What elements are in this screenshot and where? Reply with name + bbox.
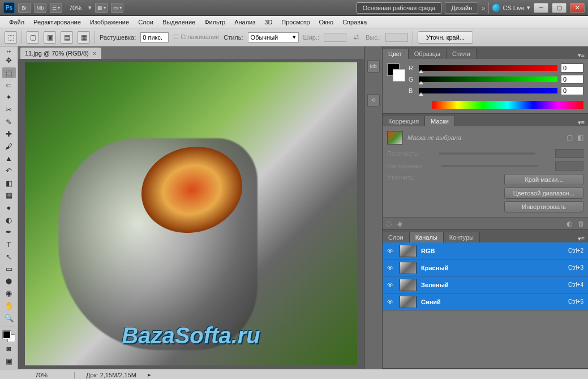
- document-close-icon[interactable]: ✕: [92, 50, 97, 57]
- workspace-design[interactable]: Дизайн: [445, 2, 478, 14]
- zoom-percent[interactable]: 70%: [66, 5, 85, 11]
- selection-subtract-icon[interactable]: ▤: [61, 31, 73, 44]
- tab-color[interactable]: Цвет: [383, 49, 409, 59]
- status-zoom[interactable]: 70%: [35, 372, 75, 378]
- menu-image[interactable]: Изображение: [85, 18, 134, 27]
- g-slider[interactable]: [419, 76, 557, 82]
- marquee-tool[interactable]: ⬚: [2, 67, 16, 79]
- blur-tool[interactable]: ●: [2, 202, 16, 214]
- dock-minibridge-icon[interactable]: Mb: [367, 60, 380, 73]
- view-extras-dropdown[interactable]: ☰: [50, 3, 62, 13]
- panel-menu-icon[interactable]: ▾≡: [574, 52, 588, 59]
- shape-tool[interactable]: ▭: [2, 263, 16, 275]
- crop-tool[interactable]: ✂: [2, 104, 16, 116]
- mask-edge-button[interactable]: Край маски...: [504, 174, 583, 185]
- channel-red[interactable]: 👁 Красный Ctrl+3: [383, 259, 588, 276]
- tab-channels[interactable]: Каналы: [410, 232, 444, 242]
- apply-mask-icon[interactable]: ◈: [397, 220, 402, 228]
- status-caret-icon[interactable]: ▸: [148, 371, 151, 378]
- screen-mode-dropdown[interactable]: ▭: [111, 3, 123, 13]
- brush-tool[interactable]: 🖌: [2, 140, 16, 152]
- photoshop-logo[interactable]: Ps: [3, 2, 15, 14]
- menu-3d[interactable]: 3D: [260, 18, 277, 27]
- arrange-docs-dropdown[interactable]: ▦: [95, 3, 108, 13]
- eyedropper-tool[interactable]: ✎: [2, 116, 16, 127]
- 3d-tool[interactable]: ⬢: [2, 276, 16, 287]
- path-tool[interactable]: ↖: [2, 251, 16, 262]
- cslive-button[interactable]: CS Live ▾: [492, 4, 530, 12]
- document-tab[interactable]: 11.jpg @ 70% (RGB/8) ✕: [20, 48, 101, 59]
- hand-tool[interactable]: ✋: [2, 300, 16, 312]
- menu-help[interactable]: Справка: [338, 18, 371, 27]
- menu-layer[interactable]: Слои: [134, 18, 158, 27]
- foreground-color[interactable]: [3, 331, 11, 339]
- r-slider[interactable]: [419, 65, 557, 71]
- stamp-tool[interactable]: ▲: [2, 153, 16, 164]
- bridge-icon[interactable]: Br: [18, 3, 31, 13]
- menu-edit[interactable]: Редактирование: [29, 18, 85, 27]
- delete-mask-icon[interactable]: 🗑: [578, 220, 585, 228]
- current-tool-icon[interactable]: ⬚: [5, 31, 17, 44]
- type-tool[interactable]: T: [2, 239, 16, 250]
- zoom-tool[interactable]: 🔍: [2, 312, 16, 323]
- style-select[interactable]: Обычный▾: [248, 32, 299, 42]
- b-value[interactable]: [561, 86, 583, 95]
- channel-rgb[interactable]: 👁 RGB Ctrl+2: [383, 242, 588, 259]
- workspace-more-icon[interactable]: »: [482, 5, 485, 11]
- visibility-icon[interactable]: 👁: [387, 248, 395, 254]
- screenmode-tool[interactable]: ▣: [2, 355, 16, 367]
- pen-tool[interactable]: ✒: [2, 227, 16, 238]
- history-brush-tool[interactable]: ↶: [2, 165, 16, 177]
- menu-filter[interactable]: Фильтр: [200, 18, 230, 27]
- minimize-button[interactable]: ─: [534, 3, 548, 13]
- channels-menu-icon[interactable]: ▾≡: [574, 235, 588, 242]
- wand-tool[interactable]: ✦: [2, 92, 16, 103]
- zoom-caret-icon[interactable]: ▾: [88, 4, 92, 11]
- close-button[interactable]: ✕: [570, 3, 585, 13]
- channel-blue[interactable]: 👁 Синий Ctrl+5: [383, 293, 588, 310]
- dock-history-icon[interactable]: ⟲: [367, 94, 380, 107]
- tab-correction[interactable]: Коррекция: [383, 116, 425, 126]
- selection-intersect-icon[interactable]: ▦: [78, 31, 90, 44]
- spectrum-bar[interactable]: [432, 101, 583, 109]
- disable-mask-icon[interactable]: ◐: [566, 220, 572, 228]
- minibridge-icon[interactable]: Mb: [34, 3, 46, 13]
- workspace-essentials[interactable]: Основная рабочая среда: [357, 2, 442, 14]
- tab-styles[interactable]: Стили: [447, 49, 477, 59]
- menu-select[interactable]: Выделение: [158, 18, 200, 27]
- invert-button[interactable]: Инвертировать: [504, 201, 583, 212]
- dodge-tool[interactable]: ◐: [2, 214, 16, 225]
- lasso-tool[interactable]: ⊂: [2, 79, 16, 91]
- color-swatch[interactable]: [3, 331, 15, 342]
- masks-menu-icon[interactable]: ▾≡: [574, 119, 588, 126]
- tab-swatches[interactable]: Образцы: [409, 49, 447, 59]
- menu-view[interactable]: Просмотр: [277, 18, 314, 27]
- feather-input[interactable]: [140, 32, 169, 42]
- gradient-tool[interactable]: ▦: [2, 190, 16, 201]
- b-slider[interactable]: [419, 88, 557, 93]
- 3d-camera-tool[interactable]: ◉: [2, 288, 16, 299]
- eraser-tool[interactable]: ◧: [2, 177, 16, 189]
- load-selection-icon[interactable]: ◌: [386, 220, 392, 228]
- color-swatches[interactable]: [387, 63, 405, 82]
- canvas[interactable]: BazaSofta.ru: [18, 59, 364, 369]
- r-value[interactable]: [561, 63, 583, 73]
- quickmask-tool[interactable]: ◙: [2, 343, 16, 355]
- visibility-icon[interactable]: 👁: [387, 299, 395, 305]
- visibility-icon[interactable]: 👁: [387, 282, 395, 288]
- menu-file[interactable]: Файл: [5, 18, 29, 27]
- g-value[interactable]: [561, 75, 583, 84]
- pixel-mask-icon[interactable]: ▢: [566, 134, 573, 142]
- menu-window[interactable]: Окно: [315, 18, 338, 27]
- color-range-button[interactable]: Цветовой диапазон...: [504, 188, 583, 199]
- refine-edge-button[interactable]: Уточн. край...: [418, 31, 473, 44]
- selection-add-icon[interactable]: ▣: [44, 31, 56, 44]
- tab-masks[interactable]: Маски: [425, 116, 455, 126]
- channel-green[interactable]: 👁 Зеленый Ctrl+4: [383, 276, 588, 293]
- selection-new-icon[interactable]: ▢: [27, 31, 39, 44]
- vector-mask-icon[interactable]: ◧: [577, 134, 583, 142]
- menu-analysis[interactable]: Анализ: [230, 18, 260, 27]
- healing-tool[interactable]: ✚: [2, 129, 16, 140]
- maximize-button[interactable]: ▢: [552, 3, 566, 13]
- tab-layers[interactable]: Слои: [383, 232, 410, 242]
